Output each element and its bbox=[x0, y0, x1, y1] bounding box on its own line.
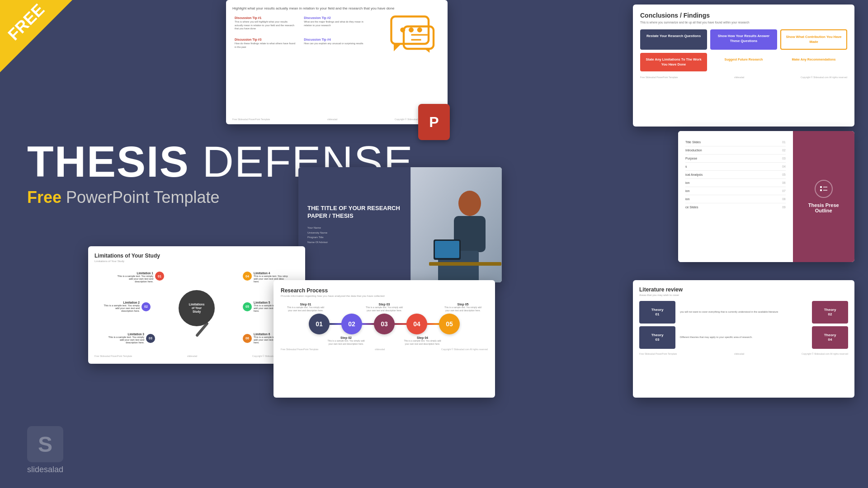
title-left-panel: THE TITLE OF YOUR RESEARCH PAPER / THESI… bbox=[298, 167, 410, 282]
ppt-icon: P bbox=[418, 104, 450, 140]
slide-limitations: Limitations of Your Study Limitations of… bbox=[88, 246, 305, 364]
tip3-label: Discussion Tip #3 bbox=[235, 38, 297, 41]
brand-name: slidesalad bbox=[27, 465, 63, 474]
chat-icon bbox=[389, 14, 439, 54]
brand-icon: S bbox=[27, 426, 63, 462]
theory-01: Theory01 bbox=[639, 301, 675, 324]
slide-discussion: Highlight what your results actually mea… bbox=[226, 0, 448, 124]
title-right-image bbox=[410, 167, 502, 282]
brand-logo: S slidesalad bbox=[27, 426, 63, 474]
theory-04: Theory04 bbox=[812, 326, 848, 349]
conc-box-3: Show What Contribution You Have Made bbox=[780, 29, 847, 50]
conc-box-1: Restate Your Research Questions bbox=[640, 29, 707, 50]
limit-item-1: Limitation 1This is a sample text. You s… bbox=[117, 272, 164, 283]
lit-row-2: Theory03 Different theories that may app… bbox=[639, 326, 848, 349]
disc-footer: Free Slidesalad PowerPoint Template slid… bbox=[232, 118, 441, 121]
slide-conclusions: Conclusions / Findings This is where you… bbox=[633, 5, 854, 127]
circle-01: 01 bbox=[309, 314, 330, 334]
ppt-letter: P bbox=[429, 114, 439, 131]
limit-item-2: Limitation 2This is a sample text. You s… bbox=[104, 301, 151, 312]
lit-sub: Areas that you may wish to cover bbox=[639, 294, 848, 296]
step-01-desc: Step 01 This is a sample text. You simpl… bbox=[285, 303, 326, 312]
tip4-body: How can you explain any unusual or surpr… bbox=[304, 42, 366, 46]
lit-row-1: Theory01 you will not want to cover ever… bbox=[639, 301, 848, 324]
step-05-desc: Step 05 This is a sample text. You simpl… bbox=[443, 303, 483, 312]
discussion-tips-grid: Discussion Tip #1 This is where you will… bbox=[232, 14, 368, 51]
svg-point-12 bbox=[458, 191, 481, 216]
limit-title: Limitations of Your Study bbox=[94, 253, 299, 259]
toc-right-title: Thesis PreseOutline bbox=[808, 202, 839, 213]
conc-box-5: Suggest Future Research bbox=[710, 53, 777, 71]
conc-box-6: Make Any Recommendations bbox=[780, 53, 847, 71]
conc-box-4: State Any Limitations To The Work You Ha… bbox=[640, 53, 707, 71]
circle-02: 02 bbox=[341, 314, 362, 334]
toc-row-9: ce Slides09 bbox=[685, 203, 786, 211]
steps-bottom-row: Step 02 This is a sample text. You simpl… bbox=[281, 336, 488, 345]
tip3-body: How do these findings relate to what oth… bbox=[235, 42, 297, 49]
research-title: Research Process bbox=[281, 287, 488, 294]
toc-row-6: ion06 bbox=[685, 179, 786, 187]
disc-header: Highlight what your results actually mea… bbox=[232, 6, 441, 10]
toc-right-panel: Thesis PreseOutline bbox=[793, 131, 855, 262]
toc-icon bbox=[815, 180, 833, 198]
research-footer: Free Slidesalad PowerPoint Template slid… bbox=[281, 348, 488, 351]
conc-title: Conclusions / Findings bbox=[640, 12, 847, 19]
disc-tip-4: Discussion Tip #4 How can you explain an… bbox=[302, 36, 368, 51]
circle-04: 04 bbox=[406, 314, 427, 334]
toc-row-2: Introduction02 bbox=[685, 146, 786, 155]
author-info: Your Name University Name Program Title … bbox=[307, 225, 401, 245]
circle-03: 03 bbox=[374, 314, 395, 334]
theory-text-2: Different theories that may apply to you… bbox=[678, 326, 809, 349]
step-03-desc: Step 03 This is a sample text. You simpl… bbox=[364, 303, 405, 312]
tip4-label: Discussion Tip #4 bbox=[304, 38, 366, 41]
conc-footer: Free Slidesalad PowerPoint Template slid… bbox=[640, 76, 847, 79]
conc-box-2: Show How Your Results Answer These Quest… bbox=[710, 29, 777, 50]
toc-row-5: ical Analysis05 bbox=[685, 171, 786, 179]
slide-toc: Title Slides01 Introduction02 Purpose03 … bbox=[678, 131, 854, 262]
step-02-desc: Step 02 This is a sample text. You simpl… bbox=[326, 336, 367, 345]
tip2-body: What are the major findings and what do … bbox=[304, 20, 366, 27]
tip2-label: Discussion Tip #2 bbox=[304, 16, 366, 19]
slide-title-main: THE TITLE OF YOUR RESEARCH PAPER / THESI… bbox=[298, 167, 502, 282]
limit-footer: Free Slidesalad PowerPoint Template slid… bbox=[94, 355, 299, 357]
theory-text-1: you will not want to cover everything th… bbox=[678, 301, 809, 324]
center-circle: Limitationsof YourStudy bbox=[179, 290, 215, 326]
circles-row: 01 02 03 04 05 bbox=[281, 314, 488, 334]
svg-point-3 bbox=[417, 28, 422, 33]
toc-content: Title Slides01 Introduction02 Purpose03 … bbox=[678, 131, 793, 262]
disc-tip-1: Discussion Tip #1 This is where you will… bbox=[232, 14, 299, 33]
research-sub: Provide information regarding how you ha… bbox=[281, 295, 488, 297]
toc-row-7: ion07 bbox=[685, 187, 786, 195]
tip1-label: Discussion Tip #1 bbox=[235, 16, 297, 19]
theory-02: Theory02 bbox=[812, 301, 848, 324]
slide-research: Research Process Provide information reg… bbox=[274, 280, 495, 398]
step-04-desc: Step 04 This is a sample text. You simpl… bbox=[402, 336, 443, 345]
limit-item-3: Limitation 3This is a sample text. You s… bbox=[108, 333, 155, 344]
svg-rect-17 bbox=[435, 241, 459, 258]
svg-rect-15 bbox=[429, 262, 501, 266]
lit-title: Literature review bbox=[639, 286, 848, 293]
toc-row-1: Title Slides01 bbox=[685, 138, 786, 146]
conc-sub: This is where you summarize and tie up a… bbox=[640, 21, 847, 24]
limit-sub: Limitations of Your Study bbox=[94, 260, 299, 263]
limit-diagram: Limitationsof YourStudy Limitation 1This… bbox=[94, 267, 299, 353]
person-image bbox=[410, 167, 502, 282]
svg-rect-10 bbox=[823, 190, 827, 191]
disc-tip-3: Discussion Tip #3 How do these findings … bbox=[232, 36, 299, 51]
toc-row-4: s04 bbox=[685, 163, 786, 171]
svg-rect-7 bbox=[820, 186, 822, 188]
circle-05: 05 bbox=[439, 314, 460, 334]
steps-top-row: Step 01 This is a sample text. You simpl… bbox=[281, 303, 488, 312]
toc-row-8: ion08 bbox=[685, 195, 786, 203]
tip1-body: This is where you will highlight what yo… bbox=[235, 20, 297, 31]
theory-03: Theory03 bbox=[639, 326, 675, 349]
slide-literature: Literature review Areas that you may wis… bbox=[633, 280, 854, 398]
svg-point-2 bbox=[409, 28, 414, 33]
thesis-heading: THE TITLE OF YOUR RESEARCH PAPER / THESI… bbox=[307, 205, 401, 220]
svg-rect-8 bbox=[820, 189, 822, 191]
toc-row-3: Purpose03 bbox=[685, 155, 786, 163]
svg-rect-9 bbox=[823, 187, 827, 188]
lit-footer: Free Slidesalad PowerPoint Template slid… bbox=[639, 352, 848, 355]
disc-tip-2: Discussion Tip #2 What are the major fin… bbox=[302, 14, 368, 33]
conc-grid: Restate Your Research Questions Show How… bbox=[640, 29, 847, 71]
